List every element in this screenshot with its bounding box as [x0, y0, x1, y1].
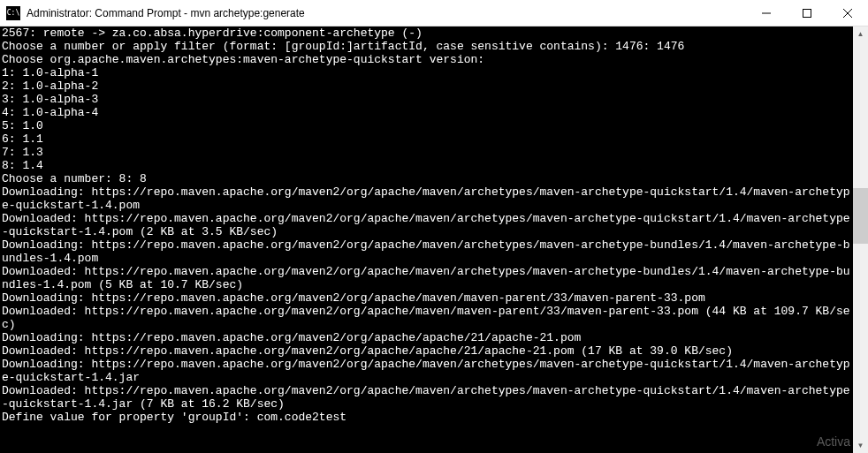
close-button[interactable] — [827, 0, 868, 26]
window-title: Administrator: Command Prompt - mvn arch… — [27, 7, 746, 19]
scroll-track[interactable] — [853, 42, 868, 438]
title-bar: C:\ Administrator: Command Prompt - mvn … — [0, 0, 868, 26]
minimize-button[interactable] — [746, 0, 787, 26]
scroll-down-arrow[interactable]: ▼ — [853, 438, 868, 453]
command-prompt-window: C:\ Administrator: Command Prompt - mvn … — [0, 0, 868, 453]
cmd-icon: C:\ — [6, 6, 20, 20]
vertical-scrollbar[interactable]: ▲ ▼ — [853, 26, 868, 453]
scroll-up-arrow[interactable]: ▲ — [853, 26, 868, 42]
svg-rect-1 — [803, 9, 811, 17]
terminal-output[interactable]: 2567: remote -> za.co.absa.hyperdrive:co… — [0, 26, 853, 453]
maximize-button[interactable] — [787, 0, 827, 26]
scroll-thumb[interactable] — [853, 188, 868, 244]
window-controls — [746, 0, 868, 26]
terminal-area: 2567: remote -> za.co.absa.hyperdrive:co… — [0, 26, 868, 453]
